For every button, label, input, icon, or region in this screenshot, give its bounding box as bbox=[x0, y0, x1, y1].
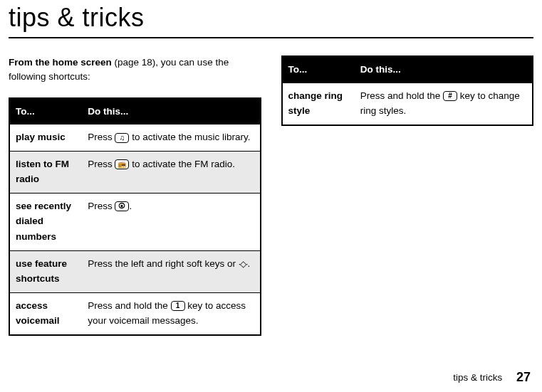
action-pre: Press and hold the bbox=[88, 300, 170, 311]
one-key-icon: 1 bbox=[171, 301, 185, 311]
action-pre: Press the left and right soft keys or bbox=[88, 258, 239, 269]
action-post: to activate the music library. bbox=[129, 132, 250, 142]
title-rule bbox=[9, 37, 533, 38]
row-label: listen to FM radio bbox=[9, 151, 82, 193]
table1-header-do: Do this... bbox=[82, 98, 260, 125]
music-key-icon: ♫ bbox=[115, 133, 129, 143]
shortcuts-table-2: To... Do this... change ring style Press… bbox=[281, 55, 534, 126]
row-action: Press and hold the # key to change ring … bbox=[355, 83, 533, 125]
table2-header-to: To... bbox=[282, 56, 355, 83]
table-row: play music Press ♫ to activate the music… bbox=[9, 125, 261, 151]
row-action: Press 📻 to activate the FM radio. bbox=[82, 151, 260, 193]
table2-header-do: Do this... bbox=[355, 56, 533, 83]
row-label: access voicemail bbox=[9, 292, 82, 335]
send-key-icon: ⦿ bbox=[115, 201, 129, 211]
page-footer: tips & tricks 27 bbox=[453, 370, 531, 385]
table-row: see recently dialed numbers Press ⦿. bbox=[9, 193, 261, 250]
row-label: use feature shortcuts bbox=[9, 250, 82, 292]
action-pre: Press bbox=[88, 132, 115, 142]
hash-key-icon: # bbox=[443, 91, 457, 101]
radio-key-icon: 📻 bbox=[115, 159, 129, 169]
row-label: play music bbox=[9, 125, 82, 151]
left-column: From the home screen (page 18), you can … bbox=[9, 55, 261, 336]
intro-text: From the home screen (page 18), you can … bbox=[9, 55, 261, 85]
action-post: . bbox=[248, 258, 251, 269]
right-column: To... Do this... change ring style Press… bbox=[281, 55, 534, 336]
action-post: . bbox=[129, 201, 132, 211]
row-action: Press and hold the 1 key to access your … bbox=[82, 292, 260, 335]
row-action: Press the left and right soft keys or ∙◇… bbox=[82, 250, 260, 292]
table-row: listen to FM radio Press 📻 to activate t… bbox=[9, 151, 261, 193]
table-row: access voicemail Press and hold the 1 ke… bbox=[9, 292, 261, 335]
row-label: change ring style bbox=[282, 83, 355, 125]
row-label: see recently dialed numbers bbox=[9, 193, 82, 250]
table-row: change ring style Press and hold the # k… bbox=[282, 83, 533, 125]
row-action: Press ♫ to activate the music library. bbox=[82, 125, 260, 151]
table-row: use feature shortcuts Press the left and… bbox=[9, 250, 261, 292]
table1-header-to: To... bbox=[9, 98, 82, 125]
page-title: tips & tricks bbox=[9, 0, 533, 37]
shortcuts-table-1: To... Do this... play music Press ♫ to a… bbox=[9, 97, 261, 337]
action-pre: Press and hold the bbox=[360, 90, 443, 101]
row-action: Press ⦿. bbox=[82, 193, 260, 250]
nav-key-icon: ∙◇∙ bbox=[239, 258, 248, 271]
footer-text: tips & tricks bbox=[453, 372, 502, 383]
action-pre: Press bbox=[88, 159, 115, 169]
action-pre: Press bbox=[88, 201, 115, 211]
intro-bold: From the home screen bbox=[9, 57, 112, 68]
content-columns: From the home screen (page 18), you can … bbox=[9, 55, 533, 336]
footer-page-number: 27 bbox=[516, 370, 531, 384]
action-post: to activate the FM radio. bbox=[129, 159, 235, 169]
